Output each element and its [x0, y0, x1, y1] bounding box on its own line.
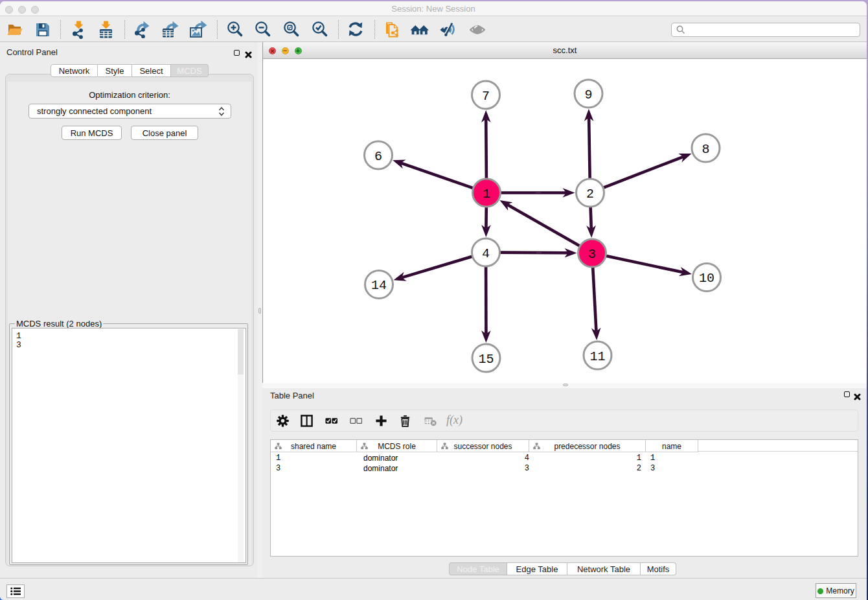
svg-text:14: 14: [371, 278, 387, 293]
svg-text:15: 15: [478, 352, 494, 367]
svg-text:4: 4: [482, 246, 490, 261]
svg-text:9: 9: [584, 87, 592, 102]
svg-text:6: 6: [374, 149, 382, 164]
svg-text:7: 7: [482, 89, 490, 104]
svg-text:8: 8: [702, 142, 709, 157]
svg-text:2: 2: [586, 187, 594, 202]
svg-text:10: 10: [699, 271, 714, 286]
svg-text:11: 11: [589, 349, 605, 364]
svg-text:3: 3: [588, 247, 596, 262]
svg-text:1: 1: [483, 187, 490, 202]
